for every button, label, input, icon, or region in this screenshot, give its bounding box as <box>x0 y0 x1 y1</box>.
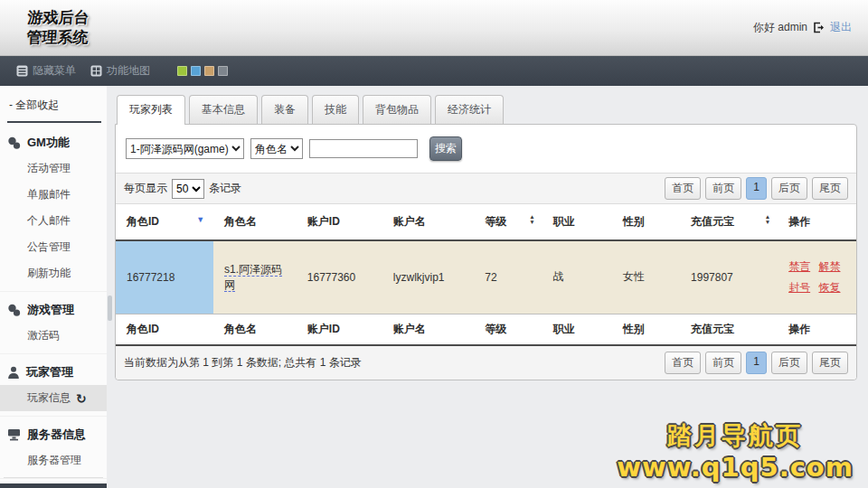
record-summary: 当前数据为从第 1 到第 1 条数据; 总共有 1 条记录 <box>124 355 362 371</box>
sidebar-section-title-game[interactable]: 游戏管理 <box>0 296 107 323</box>
list-controls-bottom: 当前数据为从第 1 到第 1 条数据; 总共有 1 条记录 首页 前页 1 后页… <box>116 346 856 380</box>
tab-backpack[interactable]: 背包物品 <box>363 95 431 124</box>
cell-role-name: s1.阿泽源码网 <box>213 240 297 314</box>
col-gender[interactable]: 性别 <box>612 204 680 240</box>
sidebar-item-label: 玩家信息 <box>27 390 71 406</box>
col-recharge[interactable]: 充值元宝 <box>680 204 778 240</box>
prev-page-button[interactable]: 前页 <box>705 352 741 374</box>
page-number-button[interactable]: 1 <box>746 352 767 374</box>
table-row: 16777218 s1.阿泽源码网 16777360 lyzwlkjvip1 7… <box>116 240 856 314</box>
foot-col-account-name: 账户名 <box>382 314 475 345</box>
last-page-button[interactable]: 尾页 <box>812 177 848 200</box>
col-role-id[interactable]: ▼角色ID <box>116 204 213 240</box>
hide-menu-label: 隐藏菜单 <box>33 63 76 79</box>
theme-swatch-tan[interactable] <box>204 66 214 76</box>
cell-account-id: 16777360 <box>297 240 382 314</box>
next-page-button[interactable]: 后页 <box>771 352 807 374</box>
foot-col-gender: 性别 <box>612 314 680 345</box>
role-name-link[interactable]: s1.阿泽源码网 <box>224 263 282 292</box>
watermark: 踏月导航页 www.q1q5.com <box>617 419 854 483</box>
function-map-button[interactable]: 功能地图 <box>90 63 150 79</box>
sidebar: - 全部收起 GM功能 活动管理 单服邮件 个人邮件 公告管理 刷新功能 <box>0 86 107 488</box>
sort-both-icon[interactable] <box>765 214 770 225</box>
col-job[interactable]: 职业 <box>542 204 612 240</box>
app-header: 游戏后台 管理系统 你好 admin 退出 <box>0 0 868 56</box>
table-footer-header-row: 角色ID 角色名 账户ID 账户名 等级 职业 性别 充值元宝 操作 <box>116 314 856 345</box>
unmute-link[interactable]: 解禁 <box>818 260 840 273</box>
foot-col-role-id: 角色ID <box>116 314 213 345</box>
server-select[interactable]: 1-阿泽源码网(game) <box>126 138 244 159</box>
first-page-button[interactable]: 首页 <box>665 352 701 374</box>
logout-icon <box>813 22 825 33</box>
toolbar: 隐藏菜单 功能地图 <box>0 56 868 86</box>
first-page-button[interactable]: 首页 <box>665 177 701 200</box>
loading-refresh-icon: ↻ <box>76 394 87 403</box>
cell-account-name: lyzwlkjvip1 <box>382 240 475 314</box>
function-map-label: 功能地图 <box>107 63 150 79</box>
mute-link[interactable]: 禁言 <box>788 260 810 273</box>
theme-swatch-blue[interactable] <box>191 66 201 76</box>
tab-player-list[interactable]: 玩家列表 <box>117 95 185 125</box>
game-icon <box>7 304 21 317</box>
sidebar-item-player-info[interactable]: 玩家信息 ↻ <box>0 385 107 411</box>
user-greeting: 你好 admin <box>753 20 807 35</box>
sidebar-bottom-divider <box>4 477 103 478</box>
col-account-name[interactable]: 账户名 <box>382 204 475 240</box>
hide-menu-button[interactable]: 隐藏菜单 <box>16 63 76 79</box>
col-account-id[interactable]: 账户ID <box>297 204 382 240</box>
page-number-button[interactable]: 1 <box>746 177 767 200</box>
section-label: 玩家管理 <box>26 364 73 380</box>
sort-both-icon[interactable] <box>529 214 534 225</box>
search-input[interactable] <box>309 139 418 158</box>
foot-col-job: 职业 <box>542 314 612 345</box>
sidebar-item-activity[interactable]: 活动管理 <box>0 155 107 182</box>
section-label: 服务器信息 <box>27 427 86 443</box>
next-page-button[interactable]: 后页 <box>771 177 807 200</box>
tab-equipment[interactable]: 装备 <box>261 95 308 124</box>
foot-col-level: 等级 <box>474 314 542 345</box>
theme-swatch-green[interactable] <box>177 66 187 76</box>
page: 游戏后台 管理系统 你好 admin 退出 隐藏菜单 <box>0 0 868 488</box>
sidebar-bottom-strip <box>0 483 107 488</box>
col-role-name[interactable]: 角色名 <box>213 204 297 240</box>
sidebar-item-server-manage[interactable]: 服务器管理 <box>0 447 107 474</box>
theme-swatch-gray[interactable] <box>218 66 228 76</box>
theme-swatches <box>177 66 228 76</box>
col-level[interactable]: 等级 <box>474 204 542 240</box>
app-logo: 游戏后台 管理系统 <box>26 7 90 48</box>
sidebar-divider <box>7 121 101 123</box>
section-label: 游戏管理 <box>27 302 74 318</box>
sidebar-item-activation-code[interactable]: 激活码 <box>0 323 107 349</box>
sidebar-section-gm: GM功能 活动管理 单服邮件 个人邮件 公告管理 刷新功能 <box>0 125 107 286</box>
pagination-bottom: 首页 前页 1 后页 尾页 <box>665 352 848 374</box>
per-page-select[interactable]: 50 <box>172 179 204 199</box>
sidebar-item-servermail[interactable]: 单服邮件 <box>0 182 107 208</box>
cell-level: 72 <box>474 240 542 314</box>
search-row: 1-阿泽源码网(game) 角色名 搜索 <box>116 125 856 173</box>
cell-job: 战 <box>542 240 612 314</box>
prev-page-button[interactable]: 前页 <box>705 177 741 200</box>
sidebar-item-refresh[interactable]: 刷新功能 <box>0 260 107 286</box>
sidebar-section-title-gm[interactable]: GM功能 <box>0 129 107 155</box>
search-field-select[interactable]: 角色名 <box>250 138 303 159</box>
ban-link[interactable]: 封号 <box>788 281 810 294</box>
restore-link[interactable]: 恢复 <box>818 281 840 294</box>
tab-skills[interactable]: 技能 <box>312 95 359 124</box>
sort-desc-icon[interactable]: ▼ <box>196 214 204 225</box>
sidebar-item-notice[interactable]: 公告管理 <box>0 234 107 260</box>
search-button[interactable]: 搜索 <box>429 136 462 161</box>
foot-col-role-name: 角色名 <box>213 314 297 345</box>
table-header-row: ▼角色ID 角色名 账户ID 账户名 等级 职业 性别 充值元宝 操作 <box>116 204 856 240</box>
collapse-all-button[interactable]: - 全部收起 <box>0 86 107 121</box>
tab-economy-stats[interactable]: 经济统计 <box>435 95 504 124</box>
sidebar-splitter[interactable] <box>108 296 112 321</box>
section-label: GM功能 <box>27 135 70 151</box>
last-page-button[interactable]: 尾页 <box>812 352 848 374</box>
logo-line2: 管理系统 <box>26 28 89 48</box>
tab-basic-info[interactable]: 基本信息 <box>189 95 258 124</box>
logout-link[interactable]: 退出 <box>830 20 852 35</box>
sidebar-section-title-player[interactable]: 玩家管理 <box>0 359 107 385</box>
sidebar-section-title-server[interactable]: 服务器信息 <box>0 421 107 447</box>
sidebar-section-server: 服务器信息 服务器管理 <box>0 416 107 474</box>
sidebar-item-personalmail[interactable]: 个人邮件 <box>0 208 107 234</box>
